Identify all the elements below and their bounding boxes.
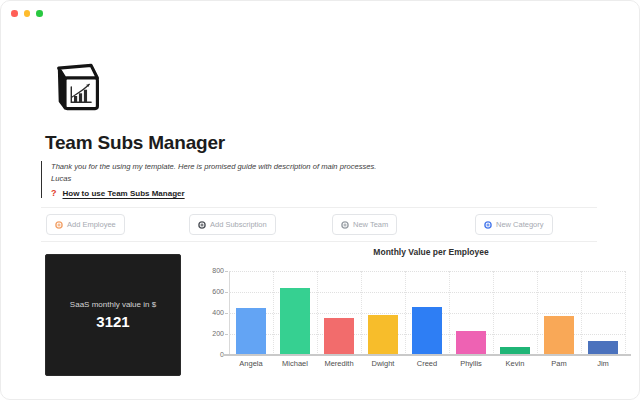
action-button-label: Add Employee <box>67 220 116 229</box>
app-window: Team Subs Manager Thank you for the usin… <box>0 0 640 400</box>
bar-dwight <box>368 315 398 355</box>
intro-author: Lucas <box>51 173 571 185</box>
bar-phyllis <box>456 331 486 355</box>
saas-monthly-value-card: SaaS monthly value in $ 3121 <box>45 254 181 376</box>
bar-meredith <box>324 318 354 355</box>
stat-card-value: 3121 <box>96 313 129 330</box>
minimize-button[interactable] <box>24 10 31 17</box>
chart-x-labels: AngelaMichaelMeredithDwightCreedPhyllisK… <box>229 359 625 368</box>
bar-slot <box>405 271 449 355</box>
page-logo-cube-chart-icon <box>47 60 101 114</box>
add-circle-icon <box>198 221 206 229</box>
y-tick-label: 600 <box>211 288 224 296</box>
x-label-meredith: Meredith <box>317 359 361 368</box>
bar-slot <box>229 271 273 355</box>
window-controls <box>11 10 43 17</box>
help-link-row: ? How to use Team Subs Manager <box>51 189 571 198</box>
bar-angela <box>236 308 266 355</box>
action-button-label: New Team <box>353 220 388 229</box>
new-category-button[interactable]: New Category <box>475 214 553 235</box>
y-tick-mark <box>225 334 228 335</box>
y-tick-label: 400 <box>211 309 224 317</box>
actions-row: Add EmployeeAdd SubscriptionNew TeamNew … <box>1 214 640 235</box>
action-button-label: New Category <box>496 220 544 229</box>
x-label-michael: Michael <box>273 359 317 368</box>
add-circle-icon <box>55 221 63 229</box>
x-label-dwight: Dwight <box>361 359 405 368</box>
x-label-phyllis: Phyllis <box>449 359 493 368</box>
x-label-creed: Creed <box>405 359 449 368</box>
monthly-value-chart: Monthly Value per Employee 0200400600800… <box>213 247 633 381</box>
gridline <box>625 271 626 355</box>
action-button-label: Add Subscription <box>210 220 267 229</box>
bar-jim <box>588 341 618 355</box>
x-label-jim: Jim <box>581 359 625 368</box>
add-circle-icon <box>341 221 349 229</box>
close-button[interactable] <box>11 10 18 17</box>
new-team-button[interactable]: New Team <box>332 214 397 235</box>
intro-text: Thank you for the using my template. Her… <box>51 161 571 173</box>
x-label-kevin: Kevin <box>493 359 537 368</box>
bar-slot <box>361 271 405 355</box>
add-subscription-button[interactable]: Add Subscription <box>189 214 276 235</box>
bar-slot <box>493 271 537 355</box>
y-tick-mark <box>225 313 228 314</box>
y-tick-mark <box>225 271 228 272</box>
page-title: Team Subs Manager <box>45 132 225 154</box>
divider-below-actions <box>41 241 597 242</box>
add-employee-button[interactable]: Add Employee <box>46 214 125 235</box>
y-tick-mark <box>225 292 228 293</box>
x-label-angela: Angela <box>229 359 273 368</box>
bar-creed <box>412 307 442 355</box>
bar-slot <box>449 271 493 355</box>
bar-michael <box>280 288 310 355</box>
y-tick-label: 800 <box>211 267 224 275</box>
chart-bars <box>229 271 625 355</box>
x-label-pam: Pam <box>537 359 581 368</box>
zoom-button[interactable] <box>36 10 43 17</box>
how-to-use-link[interactable]: How to use Team Subs Manager <box>63 189 185 198</box>
intro-quote-block: Thank you for the using my template. Her… <box>41 161 571 198</box>
y-tick-label: 200 <box>211 330 224 338</box>
question-mark-icon: ? <box>51 189 57 198</box>
bar-slot <box>273 271 317 355</box>
bar-pam <box>544 316 574 355</box>
bar-slot <box>537 271 581 355</box>
bar-slot <box>317 271 361 355</box>
chart-x-axis <box>223 354 631 356</box>
divider-above-actions <box>41 207 597 208</box>
add-circle-icon <box>484 221 492 229</box>
chart-title: Monthly Value per Employee <box>213 247 633 257</box>
bar-slot <box>581 271 625 355</box>
stat-card-label: SaaS monthly value in $ <box>70 300 156 309</box>
